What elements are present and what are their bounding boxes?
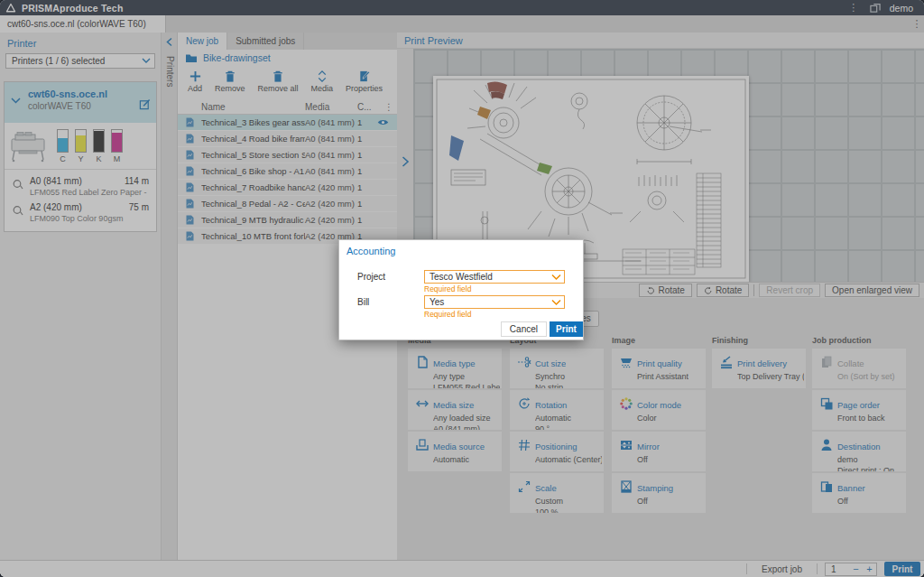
bill-dropdown[interactable]: Yes <box>424 295 565 309</box>
tile-media-source[interactable]: Media source Automatic <box>408 432 502 471</box>
drawing-file-icon <box>178 134 201 144</box>
app-window: PRISMAproduce Tech ⋮ demo cwt60-sns.oce.… <box>0 0 924 577</box>
banner-icon <box>816 479 837 513</box>
remove-all-button[interactable]: Remove all <box>254 68 303 95</box>
column-header: Image <box>612 336 706 345</box>
project-dropdown[interactable]: Tesco Westfield <box>424 270 565 284</box>
tabbar-menu-icon[interactable]: ⋮ <box>910 15 924 33</box>
cancel-button[interactable]: Cancel <box>501 321 547 337</box>
tab-submitted-jobs[interactable]: Submitted jobs <box>227 33 304 50</box>
topbar-menu-icon[interactable]: ⋮ <box>846 2 861 14</box>
table-row[interactable]: Technical_7 Roadbike handle a... A2 (420… <box>178 180 397 195</box>
open-enlarged-view-button[interactable]: Open enlarged view <box>825 284 919 297</box>
revert-crop-button: Revert crop <box>759 284 820 297</box>
drawing-file-icon <box>178 182 201 192</box>
printers-strip-label[interactable]: Printers <box>164 56 175 87</box>
tile-positioning[interactable]: Positioning Automatic (Center),N... <box>510 432 604 471</box>
edit-printer-icon[interactable] <box>139 98 151 110</box>
tile-media-size[interactable]: Media size Any loaded size A0 (841 mm) <box>408 390 502 430</box>
increase-copies-button[interactable]: + <box>863 563 876 574</box>
decrease-copies-button[interactable]: − <box>849 563 863 574</box>
rotate-ccw-button[interactable]: Rotate <box>639 284 691 297</box>
table-row[interactable]: Technical_3 Bikes gear assemb... A0 (841… <box>178 115 397 130</box>
chevron-down-icon[interactable] <box>11 97 21 104</box>
print-button-dialog[interactable]: Print <box>550 321 583 337</box>
media-button[interactable]: Media <box>307 68 338 95</box>
table-row[interactable]: Technical_4 Road bike frame - ... A0 (84… <box>178 131 397 146</box>
project-label: Project <box>357 272 385 282</box>
printer-window-tab[interactable]: cwt60-sns.oce.nl (colorWAVE T60) <box>0 15 166 33</box>
table-row[interactable]: Technical_9 MTB hydraulic bra... A2 (420… <box>178 212 397 228</box>
tile-destination[interactable]: Destination demo Direct print : On <box>812 432 906 471</box>
roll-media-name: LFM090 Top Color 90gsm <box>30 214 149 223</box>
preview-eye-icon[interactable] <box>377 118 389 126</box>
stamping-icon <box>615 479 637 513</box>
table-row[interactable]: Technical_6 Bike shop - A1 - C... A0 (84… <box>178 163 397 179</box>
ink-cyan: C <box>57 129 69 163</box>
settings-column-layout: Layout Cut size Synchro No strip Rotatio… <box>510 336 604 515</box>
tile-stamping[interactable]: Stamping Off <box>612 473 706 513</box>
expand-panel-icon[interactable] <box>401 155 410 168</box>
drawing-file-icon <box>178 150 201 160</box>
color-mode-icon <box>615 396 637 430</box>
user-menu[interactable]: demo <box>890 3 913 14</box>
column-media[interactable]: Media <box>305 102 357 112</box>
export-job-button[interactable]: Export job <box>754 564 809 574</box>
add-button[interactable]: Add <box>183 68 207 95</box>
switch-windows-icon[interactable] <box>870 3 881 13</box>
tile-print-quality[interactable]: Print quality Print Assistant <box>612 349 706 388</box>
app-title: PRISMAproduce Tech <box>22 3 124 14</box>
tile-banner[interactable]: Banner Off <box>812 473 906 513</box>
mirror-icon <box>615 437 637 471</box>
tile-rotation[interactable]: Rotation Automatic 90 ° <box>510 390 604 430</box>
roll-icon <box>12 179 23 191</box>
printer-card: cwt60-sns.oce.nl colorWAVE T60 <box>4 81 157 232</box>
roll-size: A2 (420 mm) <box>30 202 82 212</box>
tile-page-order[interactable]: Page order Front to back <box>812 390 906 430</box>
print-button-bottom[interactable]: Print <box>884 562 920 576</box>
media-source-icon <box>411 437 433 471</box>
settings-column-job-production: Job production Collate On (Sort by set) … <box>812 336 906 515</box>
drawing-file-icon <box>178 199 201 209</box>
divider <box>746 563 747 574</box>
collapse-panel-icon[interactable] <box>165 37 174 47</box>
window-tab-bar: cwt60-sns.oce.nl (colorWAVE T60) ⋮ <box>0 15 924 33</box>
accounting-dialog: Accounting Project Tesco Westfield Requi… <box>338 239 584 340</box>
tile-scale[interactable]: Scale Custom 100 % <box>510 473 604 513</box>
printer-ink-status: C Y K M <box>5 123 156 170</box>
page-order-icon <box>816 396 837 430</box>
tile-mirror[interactable]: Mirror Off <box>612 432 706 471</box>
tile-print-delivery[interactable]: Print delivery Top Delivery Tray (TDT) <box>712 349 806 388</box>
roll-icon <box>12 205 23 217</box>
destination-icon <box>816 437 837 471</box>
table-row[interactable]: Technical_8 Pedal - A2 - CeeCe... A2 (42… <box>178 196 397 211</box>
roll-media-name: LFM055 Red Label Zero Paper - FSC <box>30 188 149 197</box>
media-roll[interactable]: A0 (841 mm) 114 m LFM055 Red Label Zero … <box>5 173 156 200</box>
column-header: Job production <box>812 336 906 345</box>
dialog-footer: Cancel Print <box>339 321 583 339</box>
properties-button[interactable]: Properties <box>341 68 387 95</box>
roll-remaining: 114 m <box>125 176 149 186</box>
document-set-name[interactable]: Bike-drawingset <box>203 52 271 63</box>
tile-color-mode[interactable]: Color mode Color <box>612 390 706 430</box>
column-copies[interactable]: C... <box>357 102 381 112</box>
remove-button[interactable]: Remove <box>210 68 250 95</box>
job-toolbar: Add Remove Remove all Media Properties <box>178 66 397 100</box>
document-set-row: Bike-drawingset <box>178 50 397 66</box>
tab-new-job[interactable]: New job <box>178 33 227 50</box>
copies-value[interactable]: 1 <box>826 564 849 574</box>
table-row[interactable]: Technical_5 Store section Side ... A0 (8… <box>178 147 397 163</box>
rotation-icon <box>513 396 535 430</box>
printer-card-header[interactable]: cwt60-sns.oce.nl colorWAVE T60 <box>5 82 156 123</box>
ink-black: K <box>93 129 105 163</box>
table-menu-icon[interactable]: ⋮ <box>384 102 393 112</box>
column-name[interactable]: Name <box>201 102 305 112</box>
rotate-cw-button[interactable]: Rotate <box>697 284 749 297</box>
tile-media-type[interactable]: Media type Any type LFM055 Red Label Z..… <box>408 349 502 388</box>
printer-model: colorWAVE T60 <box>28 101 151 111</box>
printer-select-dropdown[interactable]: Printers (1 / 6) selected <box>5 53 155 69</box>
divider <box>817 563 818 574</box>
prisma-logo-icon <box>5 3 16 14</box>
media-roll[interactable]: A2 (420 mm) 75 m LFM090 Top Color 90gsm <box>5 200 156 226</box>
tile-cut-size[interactable]: Cut size Synchro No strip <box>510 349 604 388</box>
